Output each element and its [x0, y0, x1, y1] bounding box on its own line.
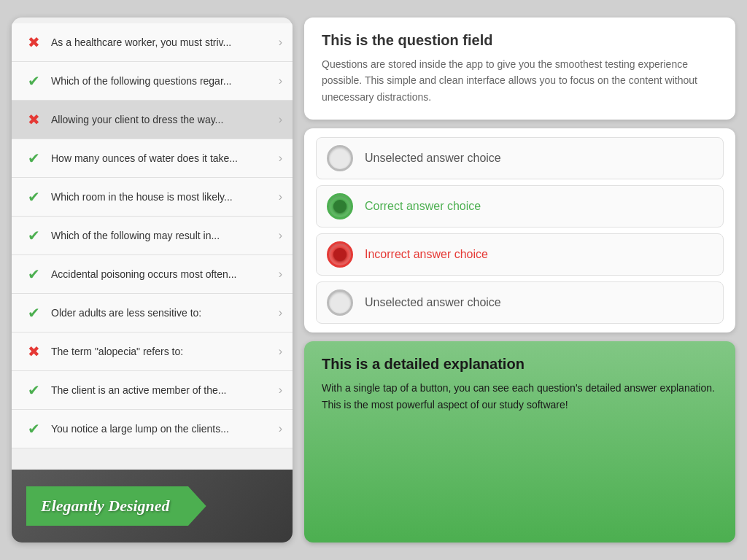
- chevron-right-icon: ›: [279, 422, 282, 435]
- choice-label: Unselected answer choice: [365, 296, 501, 309]
- checkmark-icon: ✔: [22, 417, 45, 440]
- banner-ribbon: Elegantly Designed: [26, 486, 206, 526]
- chevron-right-icon: ›: [279, 345, 282, 358]
- item-text: Which of the following questions regar..…: [51, 75, 274, 87]
- list-item[interactable]: ✔Accidental poisoning occurs most often.…: [12, 255, 293, 294]
- item-text: The term "alopecia" refers to:: [51, 346, 274, 357]
- list-item[interactable]: ✔The client is an active member of the..…: [12, 371, 293, 410]
- radio-button-incorrect[interactable]: [327, 241, 353, 268]
- item-text: The client is an active member of the...: [51, 384, 274, 396]
- question-card-body: Questions are stored inside the app to g…: [322, 56, 718, 105]
- checkmark-icon: ✔: [22, 147, 45, 170]
- chevron-right-icon: ›: [279, 36, 282, 49]
- item-text: Older adults are less sensitive to:: [51, 307, 274, 319]
- answer-choice[interactable]: Incorrect answer choice: [316, 233, 724, 276]
- answer-choice[interactable]: Unselected answer choice: [316, 281, 724, 324]
- explanation-body: With a single tap of a button, you can s…: [322, 380, 718, 413]
- list-item[interactable]: ✔Which room in the house is most likely.…: [12, 178, 293, 217]
- banner-text: Elegantly Designed: [41, 497, 170, 515]
- checkmark-icon: ✔: [22, 224, 45, 247]
- chevron-right-icon: ›: [279, 74, 282, 88]
- choice-label: Unselected answer choice: [365, 152, 501, 165]
- radio-button-correct[interactable]: [327, 193, 353, 219]
- item-text: You notice a large lump on the clients..…: [51, 423, 274, 435]
- item-text: Which of the following may result in...: [51, 230, 274, 241]
- chevron-right-icon: ›: [279, 113, 282, 126]
- left-panel: ✖As a healthcare worker, you must striv.…: [12, 18, 293, 542]
- list-item[interactable]: ✔Which of the following may result in...…: [12, 217, 293, 255]
- cross-icon: ✖: [22, 340, 45, 363]
- radio-inner: [333, 200, 347, 213]
- list-item[interactable]: ✖The term "alopecia" refers to:›: [12, 332, 293, 371]
- radio-inner: [333, 248, 347, 261]
- question-list: ✖As a healthcare worker, you must striv.…: [12, 18, 293, 470]
- chevron-right-icon: ›: [279, 306, 282, 319]
- banner-area: Elegantly Designed: [12, 470, 293, 542]
- chevron-right-icon: ›: [279, 268, 282, 281]
- chevron-right-icon: ›: [279, 152, 282, 165]
- list-item[interactable]: ✔How many ounces of water does it take..…: [12, 139, 293, 178]
- list-item[interactable]: ✔Which of the following questions regar.…: [12, 62, 293, 101]
- right-panel: This is the question field Questions are…: [304, 18, 735, 542]
- item-text: Which room in the house is most likely..…: [51, 191, 274, 203]
- chevron-right-icon: ›: [279, 190, 282, 203]
- item-text: Allowing your client to dress the way...: [51, 114, 274, 125]
- cross-icon: ✖: [22, 108, 45, 131]
- radio-button-unselected[interactable]: [327, 289, 353, 316]
- checkmark-icon: ✔: [22, 69, 45, 93]
- item-text: How many ounces of water does it take...: [51, 152, 274, 164]
- explanation-card: This is a detailed explanation With a si…: [304, 341, 735, 542]
- item-text: As a healthcare worker, you must striv..…: [51, 36, 274, 48]
- question-card: This is the question field Questions are…: [304, 18, 735, 120]
- cross-icon: ✖: [22, 31, 45, 54]
- explanation-title: This is a detailed explanation: [322, 356, 718, 373]
- item-text: Accidental poisoning occurs most often..…: [51, 268, 274, 280]
- chevron-right-icon: ›: [279, 384, 282, 397]
- list-item[interactable]: ✔You notice a large lump on the clients.…: [12, 410, 293, 448]
- checkmark-icon: ✔: [22, 301, 45, 324]
- list-item[interactable]: ✔Older adults are less sensitive to:›: [12, 294, 293, 332]
- list-item[interactable]: ✖Allowing your client to dress the way..…: [12, 101, 293, 139]
- answers-card: Unselected answer choiceCorrect answer c…: [304, 128, 735, 332]
- answer-choice[interactable]: Unselected answer choice: [316, 137, 724, 179]
- answer-choice[interactable]: Correct answer choice: [316, 185, 724, 228]
- checkmark-icon: ✔: [22, 378, 45, 402]
- choice-label: Incorrect answer choice: [365, 248, 488, 261]
- checkmark-icon: ✔: [22, 185, 45, 209]
- radio-button-unselected[interactable]: [327, 145, 353, 171]
- checkmark-icon: ✔: [22, 262, 45, 286]
- list-item[interactable]: ✖As a healthcare worker, you must striv.…: [12, 23, 293, 62]
- question-card-title: This is the question field: [322, 32, 718, 49]
- choice-label: Correct answer choice: [365, 200, 481, 213]
- chevron-right-icon: ›: [279, 229, 282, 242]
